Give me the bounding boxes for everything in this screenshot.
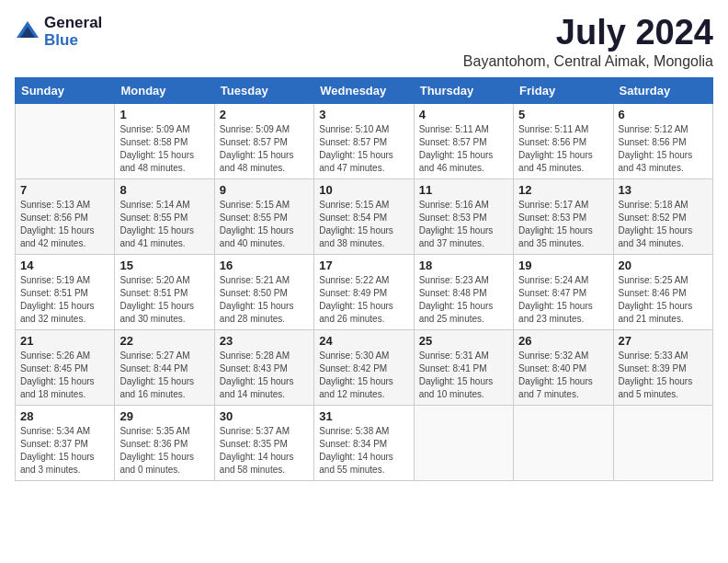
logo-blue: Blue	[44, 32, 102, 50]
calendar-cell: 16Sunrise: 5:21 AM Sunset: 8:50 PM Dayli…	[214, 255, 313, 330]
calendar-cell: 5Sunrise: 5:11 AM Sunset: 8:56 PM Daylig…	[514, 104, 613, 179]
day-number: 28	[20, 409, 109, 423]
logo-icon	[15, 19, 40, 45]
day-number: 27	[619, 334, 708, 348]
calendar-cell: 7Sunrise: 5:13 AM Sunset: 8:56 PM Daylig…	[16, 179, 115, 255]
day-number: 1	[119, 108, 209, 121]
calendar-cell: 29Sunrise: 5:35 AM Sunset: 8:36 PM Dayli…	[115, 406, 214, 481]
day-info: Sunrise: 5:31 AM Sunset: 8:41 PM Dayligh…	[419, 350, 508, 401]
day-info: Sunrise: 5:15 AM Sunset: 8:55 PM Dayligh…	[220, 199, 309, 250]
day-number: 8	[119, 183, 209, 197]
day-number: 24	[319, 334, 408, 348]
calendar-cell: 24Sunrise: 5:30 AM Sunset: 8:42 PM Dayli…	[314, 330, 414, 406]
day-info: Sunrise: 5:33 AM Sunset: 8:39 PM Dayligh…	[619, 350, 708, 401]
calendar-cell: 21Sunrise: 5:26 AM Sunset: 8:45 PM Dayli…	[16, 330, 115, 406]
day-info: Sunrise: 5:18 AM Sunset: 8:52 PM Dayligh…	[619, 199, 708, 250]
calendar-cell: 23Sunrise: 5:28 AM Sunset: 8:43 PM Dayli…	[214, 330, 313, 406]
logo-general: General	[44, 15, 102, 32]
calendar-cell: 12Sunrise: 5:17 AM Sunset: 8:53 PM Dayli…	[514, 179, 613, 255]
day-number: 7	[20, 183, 109, 197]
calendar-cell: 11Sunrise: 5:16 AM Sunset: 8:53 PM Dayli…	[414, 179, 513, 255]
day-info: Sunrise: 5:09 AM Sunset: 8:58 PM Dayligh…	[119, 123, 209, 175]
location-subtitle: Bayantohom, Central Aimak, Mongolia	[463, 53, 713, 70]
calendar-cell: 8Sunrise: 5:14 AM Sunset: 8:55 PM Daylig…	[115, 179, 214, 255]
calendar-week-1: 1Sunrise: 5:09 AM Sunset: 8:58 PM Daylig…	[16, 104, 713, 179]
header-monday: Monday	[115, 78, 214, 104]
calendar-cell: 14Sunrise: 5:19 AM Sunset: 8:51 PM Dayli…	[16, 255, 115, 330]
calendar-cell: 17Sunrise: 5:22 AM Sunset: 8:49 PM Dayli…	[314, 255, 414, 330]
calendar-cell: 31Sunrise: 5:38 AM Sunset: 8:34 PM Dayli…	[314, 406, 414, 481]
day-number: 12	[518, 183, 608, 197]
calendar-cell: 30Sunrise: 5:37 AM Sunset: 8:35 PM Dayli…	[214, 406, 313, 481]
calendar-header-row: SundayMondayTuesdayWednesdayThursdayFrid…	[16, 78, 713, 104]
header-thursday: Thursday	[414, 78, 513, 104]
day-info: Sunrise: 5:22 AM Sunset: 8:49 PM Dayligh…	[319, 274, 408, 326]
calendar-week-2: 7Sunrise: 5:13 AM Sunset: 8:56 PM Daylig…	[16, 179, 713, 255]
day-info: Sunrise: 5:16 AM Sunset: 8:53 PM Dayligh…	[419, 199, 508, 250]
day-info: Sunrise: 5:34 AM Sunset: 8:37 PM Dayligh…	[20, 425, 109, 477]
day-number: 4	[419, 108, 508, 121]
day-number: 11	[419, 183, 508, 197]
day-info: Sunrise: 5:13 AM Sunset: 8:56 PM Dayligh…	[20, 199, 109, 250]
day-info: Sunrise: 5:10 AM Sunset: 8:57 PM Dayligh…	[319, 123, 408, 175]
day-number: 29	[119, 409, 209, 423]
calendar-cell: 19Sunrise: 5:24 AM Sunset: 8:47 PM Dayli…	[514, 255, 613, 330]
day-info: Sunrise: 5:24 AM Sunset: 8:47 PM Dayligh…	[518, 274, 608, 326]
calendar-cell: 10Sunrise: 5:15 AM Sunset: 8:54 PM Dayli…	[314, 179, 414, 255]
day-info: Sunrise: 5:28 AM Sunset: 8:43 PM Dayligh…	[220, 350, 309, 401]
calendar-week-3: 14Sunrise: 5:19 AM Sunset: 8:51 PM Dayli…	[16, 255, 713, 330]
calendar-cell: 6Sunrise: 5:12 AM Sunset: 8:56 PM Daylig…	[613, 104, 712, 179]
day-info: Sunrise: 5:09 AM Sunset: 8:57 PM Dayligh…	[220, 123, 309, 175]
month-year-title: July 2024	[463, 15, 713, 50]
calendar-table: SundayMondayTuesdayWednesdayThursdayFrid…	[15, 77, 713, 481]
day-number: 23	[220, 334, 309, 348]
day-number: 26	[518, 334, 608, 348]
calendar-cell: 27Sunrise: 5:33 AM Sunset: 8:39 PM Dayli…	[613, 330, 712, 406]
day-number: 13	[619, 183, 708, 197]
day-info: Sunrise: 5:35 AM Sunset: 8:36 PM Dayligh…	[119, 425, 209, 477]
day-number: 5	[518, 108, 608, 121]
calendar-cell: 9Sunrise: 5:15 AM Sunset: 8:55 PM Daylig…	[214, 179, 313, 255]
header-saturday: Saturday	[613, 78, 712, 104]
calendar-cell: 3Sunrise: 5:10 AM Sunset: 8:57 PM Daylig…	[314, 104, 414, 179]
calendar-cell: 25Sunrise: 5:31 AM Sunset: 8:41 PM Dayli…	[414, 330, 513, 406]
calendar-cell: 28Sunrise: 5:34 AM Sunset: 8:37 PM Dayli…	[16, 406, 115, 481]
day-info: Sunrise: 5:11 AM Sunset: 8:57 PM Dayligh…	[419, 123, 508, 175]
calendar-cell	[16, 104, 115, 179]
logo-text: General Blue	[44, 15, 102, 49]
day-number: 21	[20, 334, 109, 348]
day-info: Sunrise: 5:38 AM Sunset: 8:34 PM Dayligh…	[319, 425, 408, 477]
day-number: 6	[619, 108, 708, 121]
day-number: 30	[220, 409, 309, 423]
day-info: Sunrise: 5:20 AM Sunset: 8:51 PM Dayligh…	[119, 274, 209, 326]
day-number: 2	[220, 108, 309, 121]
calendar-cell	[514, 406, 613, 481]
day-info: Sunrise: 5:15 AM Sunset: 8:54 PM Dayligh…	[319, 199, 408, 250]
day-info: Sunrise: 5:25 AM Sunset: 8:46 PM Dayligh…	[619, 274, 708, 326]
header-sunday: Sunday	[16, 78, 115, 104]
header-friday: Friday	[514, 78, 613, 104]
day-info: Sunrise: 5:21 AM Sunset: 8:50 PM Dayligh…	[220, 274, 309, 326]
day-info: Sunrise: 5:32 AM Sunset: 8:40 PM Dayligh…	[518, 350, 608, 401]
calendar-cell	[414, 406, 513, 481]
day-number: 18	[419, 259, 508, 272]
calendar-cell: 13Sunrise: 5:18 AM Sunset: 8:52 PM Dayli…	[613, 179, 712, 255]
day-number: 22	[119, 334, 209, 348]
day-number: 15	[119, 259, 209, 272]
day-number: 14	[20, 259, 109, 272]
day-info: Sunrise: 5:11 AM Sunset: 8:56 PM Dayligh…	[518, 123, 608, 175]
calendar-cell	[613, 406, 712, 481]
day-info: Sunrise: 5:37 AM Sunset: 8:35 PM Dayligh…	[220, 425, 309, 477]
day-info: Sunrise: 5:12 AM Sunset: 8:56 PM Dayligh…	[619, 123, 708, 175]
day-info: Sunrise: 5:26 AM Sunset: 8:45 PM Dayligh…	[20, 350, 109, 401]
logo: General Blue	[15, 15, 102, 49]
title-block: July 2024 Bayantohom, Central Aimak, Mon…	[463, 15, 713, 70]
day-info: Sunrise: 5:27 AM Sunset: 8:44 PM Dayligh…	[119, 350, 209, 401]
page-header: General Blue July 2024 Bayantohom, Centr…	[15, 15, 713, 70]
day-number: 17	[319, 259, 408, 272]
calendar-week-4: 21Sunrise: 5:26 AM Sunset: 8:45 PM Dayli…	[16, 330, 713, 406]
day-number: 19	[518, 259, 608, 272]
calendar-cell: 26Sunrise: 5:32 AM Sunset: 8:40 PM Dayli…	[514, 330, 613, 406]
calendar-week-5: 28Sunrise: 5:34 AM Sunset: 8:37 PM Dayli…	[16, 406, 713, 481]
calendar-cell: 22Sunrise: 5:27 AM Sunset: 8:44 PM Dayli…	[115, 330, 214, 406]
